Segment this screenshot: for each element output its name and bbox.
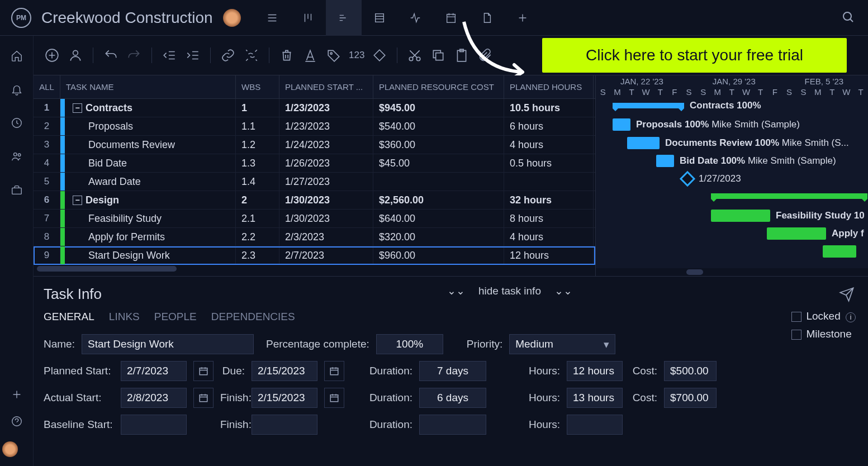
gantt-bar[interactable]: Proposals 100% Mike Smith (Sample) — [613, 118, 800, 131]
view-activity-icon[interactable] — [397, 0, 433, 36]
milestone-icon[interactable] — [371, 47, 388, 64]
copy-icon[interactable] — [430, 47, 447, 64]
calendar-icon[interactable] — [324, 388, 344, 408]
duration2-input[interactable] — [419, 388, 486, 408]
tab-people[interactable]: PEOPLE — [154, 311, 197, 323]
col-all[interactable]: ALL — [34, 75, 60, 98]
add-view-icon[interactable] — [505, 0, 540, 36]
table-row[interactable]: 7Feasibility Study2.11/30/2023$640.008 h… — [34, 210, 595, 228]
gantt-bar[interactable]: Documents Review 100% Mike Smith (S... — [627, 137, 849, 149]
gantt-bar[interactable]: 1/27/2023 — [682, 173, 741, 185]
wbs-toggle[interactable]: 123 — [349, 50, 364, 61]
table-row[interactable]: 2Proposals1.11/23/2023$540.006 hours — [34, 117, 595, 136]
cut-icon[interactable] — [406, 47, 423, 64]
tag-icon[interactable] — [325, 47, 342, 64]
search-icon[interactable] — [834, 3, 861, 32]
hide-task-info[interactable]: hide task info — [478, 285, 541, 297]
tab-general[interactable]: GENERAL — [44, 311, 94, 323]
outdent-icon[interactable] — [161, 47, 178, 64]
undo-icon[interactable] — [102, 47, 119, 64]
gantt-h-scrollbar[interactable] — [596, 268, 868, 276]
logo[interactable]: PM — [11, 8, 31, 28]
gantt-bar[interactable] — [711, 190, 868, 202]
bell-icon[interactable] — [10, 83, 23, 96]
people-icon[interactable] — [10, 150, 23, 163]
duration-input[interactable] — [419, 361, 486, 381]
col-wbs[interactable]: WBS — [236, 75, 279, 98]
gantt-chart[interactable]: JAN, 22 '23JAN, 29 '23FEB, 5 '23 SMTWTFS… — [595, 75, 868, 276]
home-icon[interactable] — [10, 49, 23, 63]
table-row[interactable]: 9Start Design Work2.32/7/2023$960.0012 h… — [34, 246, 595, 265]
col-hours[interactable]: PLANNED HOURS — [504, 75, 594, 98]
avatar[interactable] — [223, 9, 241, 27]
h-scrollbar[interactable] — [34, 265, 595, 273]
finish-input[interactable] — [252, 388, 317, 408]
add-task-icon[interactable] — [44, 47, 60, 64]
baseline-hours-input[interactable] — [567, 415, 623, 435]
baseline-duration-input[interactable] — [419, 415, 486, 435]
table-row[interactable]: 1−Contracts11/23/2023$945.0010.5 hours — [34, 99, 595, 117]
baseline-start-input[interactable] — [121, 415, 187, 435]
gantt-bar[interactable]: Bid Date 100% Mike Smith (Sample) — [656, 155, 836, 167]
user-avatar[interactable] — [2, 441, 18, 457]
plus-icon[interactable] — [10, 388, 23, 401]
delete-icon[interactable] — [278, 47, 295, 64]
chevron-down-icon[interactable]: ⌄⌄ — [447, 284, 465, 297]
col-name[interactable]: TASK NAME — [60, 75, 236, 98]
link-icon[interactable] — [220, 47, 236, 64]
gantt-bar[interactable]: Feasibility Study 10 — [711, 210, 865, 222]
locked-checkbox[interactable]: Locked i — [791, 310, 856, 322]
milestone-checkbox[interactable]: Milestone — [791, 328, 856, 340]
hours2-input[interactable] — [567, 388, 623, 408]
view-file-icon[interactable] — [469, 0, 505, 36]
svg-rect-19 — [330, 395, 338, 402]
table-row[interactable]: 8Apply for Permits2.22/3/2023$320.004 ho… — [34, 228, 595, 246]
assign-icon[interactable] — [67, 47, 84, 64]
redo-icon[interactable] — [126, 47, 143, 64]
unlink-icon[interactable] — [243, 47, 260, 64]
attach-icon[interactable] — [477, 47, 494, 64]
view-list-icon[interactable] — [254, 0, 290, 36]
priority-select[interactable]: Medium — [509, 334, 615, 354]
table-row[interactable]: 5Award Date1.41/27/2023 — [34, 173, 595, 191]
gantt-bar[interactable]: Contracts 100% — [613, 99, 761, 112]
send-icon[interactable] — [839, 287, 855, 305]
table-row[interactable]: 4Bid Date1.31/26/2023$45.000.5 hours — [34, 154, 595, 173]
view-gantt-icon[interactable] — [326, 0, 362, 36]
actual-start-input[interactable] — [121, 388, 187, 408]
paste-icon[interactable] — [453, 47, 470, 64]
project-title[interactable]: Creekwood Construction — [41, 9, 213, 27]
planned-start-input[interactable] — [121, 361, 187, 381]
view-board-icon[interactable] — [290, 0, 326, 36]
calendar-icon[interactable] — [193, 361, 214, 381]
pct-input[interactable] — [376, 334, 443, 354]
hours-input[interactable] — [567, 361, 623, 381]
calendar-icon[interactable] — [324, 361, 344, 381]
svg-point-10 — [330, 53, 332, 54]
due-input[interactable] — [252, 361, 317, 381]
calendar-icon[interactable] — [193, 388, 214, 408]
cost-input[interactable] — [664, 361, 717, 381]
task-info-panel: Task Info ⌄⌄ hide task info ⌄⌄ GENERALLI… — [34, 276, 868, 466]
table-row[interactable]: 6−Design21/30/2023$2,560.0032 hours — [34, 191, 595, 210]
help-icon[interactable] — [10, 415, 23, 428]
baseline-finish-input[interactable] — [252, 415, 317, 435]
tab-links[interactable]: LINKS — [109, 311, 140, 323]
gantt-bar[interactable]: Apply f — [767, 227, 864, 240]
table-row[interactable]: 3Documents Review1.21/24/2023$360.004 ho… — [34, 136, 595, 154]
name-input[interactable] — [82, 334, 254, 354]
briefcase-icon[interactable] — [10, 183, 23, 197]
tab-dependencies[interactable]: DEPENDENCIES — [211, 311, 295, 323]
col-cost[interactable]: PLANNED RESOURCE COST — [373, 75, 504, 98]
free-trial-button[interactable]: Click here to start your free trial — [542, 38, 847, 73]
cost2-input[interactable] — [664, 388, 717, 408]
chevron-down-icon[interactable]: ⌄⌄ — [554, 284, 572, 297]
view-calendar-icon[interactable] — [433, 0, 469, 36]
gantt-bar[interactable] — [823, 245, 862, 258]
clock-icon[interactable] — [10, 116, 23, 130]
col-start[interactable]: PLANNED START ... — [279, 75, 373, 98]
task-grid[interactable]: ALL TASK NAME WBS PLANNED START ... PLAN… — [34, 75, 595, 276]
text-style-icon[interactable] — [302, 47, 319, 64]
indent-icon[interactable] — [184, 47, 201, 64]
view-sheet-icon[interactable] — [362, 0, 397, 36]
